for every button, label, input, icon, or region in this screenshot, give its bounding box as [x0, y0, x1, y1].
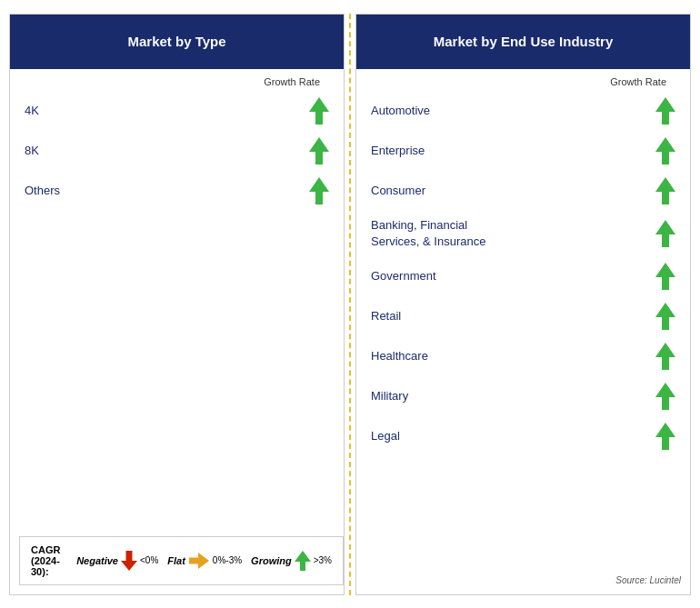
table-row: Legal — [371, 416, 675, 456]
growing-sub: >3% — [314, 555, 332, 565]
table-row: Automotive — [371, 91, 675, 131]
right-panel-body: Growth Rate Automotive Enterprise Consum… — [356, 69, 690, 594]
green-up-arrow-icon — [655, 263, 675, 290]
green-up-arrow-icon — [309, 97, 329, 125]
negative-sub: <0% — [140, 555, 158, 565]
row-label-enterprise: Enterprise — [371, 144, 655, 157]
row-label-legal: Legal — [371, 429, 655, 443]
orange-right-arrow-icon — [189, 553, 209, 568]
cagr-label: CAGR(2024-30): — [31, 544, 67, 577]
right-panel-header: Market by End Use Industry — [356, 15, 690, 69]
table-row: Banking, FinancialServices, & Insurance — [371, 211, 675, 256]
row-label-consumer: Consumer — [371, 184, 655, 197]
green-up-arrow-icon — [655, 137, 675, 164]
legend-negative: Negative <0% — [76, 551, 158, 571]
red-down-arrow-icon — [122, 551, 136, 571]
table-row: Retail — [371, 296, 675, 336]
flat-label: Flat — [167, 555, 185, 566]
row-label-military: Military — [371, 389, 655, 403]
green-up-arrow-icon — [655, 423, 675, 450]
right-panel-title: Market by End Use Industry — [434, 34, 614, 49]
right-growth-rate-header: Growth Rate — [371, 76, 675, 87]
table-row: 8K — [25, 131, 329, 171]
right-panel: Market by End Use Industry Growth Rate A… — [355, 14, 691, 595]
negative-label: Negative — [76, 555, 118, 566]
growing-label: Growing — [251, 555, 292, 566]
left-panel-header: Market by Type — [10, 15, 344, 69]
table-row: Consumer — [371, 171, 675, 211]
left-panel-title: Market by Type — [127, 34, 225, 49]
legend-flat: Flat 0%-3% — [167, 553, 242, 568]
row-label-8k: 8K — [25, 144, 309, 157]
left-panel-body: Growth Rate 4K 8K Others — [10, 69, 344, 594]
row-label-healthcare: Healthcare — [371, 349, 655, 363]
green-up-arrow-icon — [655, 97, 675, 125]
table-row: Military — [371, 376, 675, 416]
row-label-government: Government — [371, 269, 655, 283]
legend-growing: Growing >3% — [251, 551, 332, 571]
green-up-arrow-icon — [309, 177, 329, 204]
left-growth-rate-header: Growth Rate — [25, 76, 329, 87]
row-label-bfsi: Banking, FinancialServices, & Insurance — [371, 217, 655, 250]
green-up-arrow-icon — [655, 177, 675, 204]
green-up-arrow-small-icon — [295, 551, 310, 571]
flat-sub: 0%-3% — [213, 555, 242, 565]
row-label-others: Others — [25, 184, 309, 197]
green-up-arrow-icon — [655, 343, 675, 370]
table-row: Healthcare — [371, 336, 675, 376]
row-label-retail: Retail — [371, 309, 655, 323]
table-row: Others — [25, 171, 329, 211]
panel-divider — [349, 14, 351, 595]
green-up-arrow-icon — [309, 137, 329, 164]
legend: CAGR(2024-30): Negative <0% Flat 0%-3% G… — [19, 536, 344, 585]
source-label: Source: Lucintel — [615, 575, 681, 585]
green-up-arrow-icon — [655, 220, 675, 247]
table-row: Government — [371, 256, 675, 296]
left-panel: Market by Type Growth Rate 4K 8K Others … — [9, 14, 345, 595]
table-row: 4K — [25, 91, 329, 131]
green-up-arrow-icon — [655, 383, 675, 410]
main-container: Market by Type Growth Rate 4K 8K Others … — [9, 14, 691, 595]
row-label-4k: 4K — [25, 104, 309, 117]
green-up-arrow-icon — [655, 303, 675, 330]
row-label-automotive: Automotive — [371, 104, 655, 117]
table-row: Enterprise — [371, 131, 675, 171]
